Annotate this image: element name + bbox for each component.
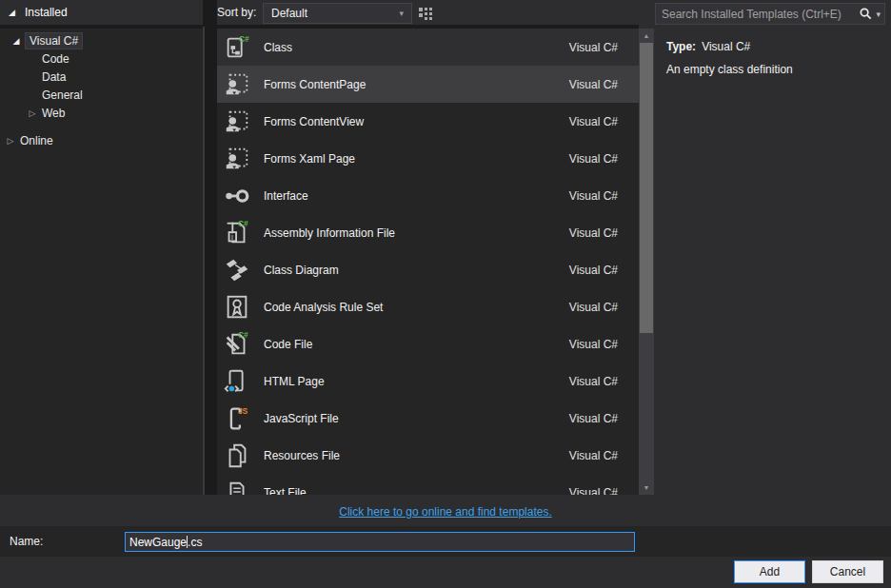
chevron-down-icon: ▾: [399, 9, 404, 18]
template-item-code-file[interactable]: Code File Visual C#: [217, 325, 639, 363]
medium-icons-view-button[interactable]: [415, 4, 436, 25]
template-item-code-analysis-rule-set[interactable]: Code Analysis Rule Set Visual C#: [217, 288, 639, 325]
template-description: An empty class definition: [666, 63, 881, 76]
cancel-button[interactable]: Cancel: [812, 560, 883, 583]
tree-arrow-icon[interactable]: ▷: [5, 136, 16, 146]
search-input[interactable]: [662, 8, 859, 21]
assembly-info-icon: [223, 219, 251, 247]
sidebar-item-web[interactable]: ▷ Web: [0, 104, 203, 122]
forms-page-icon: [223, 108, 251, 136]
name-band: Name: NewGauge .cs: [0, 526, 891, 557]
sort-by-label: Sort by:: [217, 0, 256, 25]
template-item-html-page[interactable]: HTML Page Visual C#: [217, 363, 639, 400]
search-box: ▾: [655, 3, 885, 25]
template-list-scrollbar[interactable]: ▲ ▼: [639, 29, 654, 495]
panel-splitter[interactable]: [203, 0, 217, 495]
add-new-item-dialog: ◢ Installed Sort by: Default ▾: [0, 0, 891, 588]
sort-by-dropdown[interactable]: Default ▾: [263, 3, 412, 24]
code-file-icon: [223, 330, 251, 359]
template-item-text-file[interactable]: Text File Visual C#: [217, 474, 639, 495]
button-band: Add Cancel: [0, 557, 891, 588]
scrollbar-thumb[interactable]: [640, 43, 653, 333]
resources-file-icon: [223, 441, 251, 470]
tree-arrow-icon[interactable]: ◢: [10, 36, 22, 46]
template-item-class-diagram[interactable]: Class Diagram Visual C#: [217, 251, 639, 288]
class-diagram-icon: [223, 256, 251, 284]
sidebar-item-code[interactable]: Code: [0, 49, 203, 68]
js-file-icon: [223, 404, 251, 433]
scroll-down-arrow-icon[interactable]: ▼: [639, 480, 654, 495]
sidebar-item-online[interactable]: ▷ Online: [0, 131, 203, 149]
template-item-interface[interactable]: Interface Visual C#: [217, 177, 639, 214]
type-value: Visual C#: [702, 40, 750, 53]
online-link-band: Click here to go online and find templat…: [0, 495, 891, 526]
forms-page-icon: [223, 70, 251, 99]
template-list: Class Visual C# Forms ContentPage Visual…: [217, 29, 639, 495]
sidebar-item-visual-c[interactable]: ◢ Visual C#: [0, 31, 203, 49]
template-item-forms-xaml-page[interactable]: Forms Xaml Page Visual C#: [217, 140, 639, 177]
top-toolbar: ◢ Installed Sort by: Default ▾: [0, 0, 891, 29]
interface-icon: [223, 182, 251, 210]
template-item-javascript-file[interactable]: JavaScript File Visual C#: [217, 400, 639, 437]
name-value-after-caret: .cs: [188, 536, 202, 549]
add-button[interactable]: Add: [734, 560, 805, 583]
search-options-chevron-icon[interactable]: ▾: [876, 10, 881, 19]
installed-templates-tree: ◢ Visual C# Code Data General ▷ Web ▷ On…: [0, 29, 203, 495]
html-page-icon: [223, 367, 251, 396]
template-item-assembly-information-file[interactable]: Assembly Information File Visual C#: [217, 214, 639, 251]
template-item-forms-contentview[interactable]: Forms ContentView Visual C#: [217, 103, 639, 140]
rule-set-icon: [223, 293, 251, 322]
go-online-link[interactable]: Click here to go online and find templat…: [339, 505, 551, 519]
sidebar-item-data[interactable]: Data: [0, 68, 203, 86]
template-item-resources-file[interactable]: Resources File Visual C#: [217, 437, 639, 474]
template-item-forms-contentpage[interactable]: Forms ContentPage Visual C#: [217, 66, 639, 103]
scroll-up-arrow-icon[interactable]: ▲: [639, 29, 654, 43]
text-file-icon: [223, 479, 251, 496]
name-value-before-caret: NewGauge: [129, 536, 187, 549]
expanded-arrow-icon: ◢: [9, 8, 15, 17]
search-icon[interactable]: [859, 7, 873, 21]
installed-header-label: Installed: [25, 6, 68, 19]
template-details-panel: Type:Visual C# An empty class definition: [654, 29, 891, 495]
sort-by-value: Default: [271, 7, 399, 20]
sidebar-item-general[interactable]: General: [0, 86, 203, 104]
sidebar-header-installed[interactable]: ◢ Installed: [0, 0, 203, 25]
cs-class-icon: [223, 33, 251, 62]
type-label: Type:: [666, 40, 696, 53]
name-input[interactable]: NewGauge .cs: [125, 532, 635, 552]
name-label: Name:: [10, 526, 43, 557]
template-item-class[interactable]: Class Visual C#: [217, 29, 639, 66]
tree-arrow-icon[interactable]: ▷: [27, 108, 38, 118]
grid-view-icon: [418, 7, 433, 22]
forms-page-icon: [223, 145, 251, 173]
